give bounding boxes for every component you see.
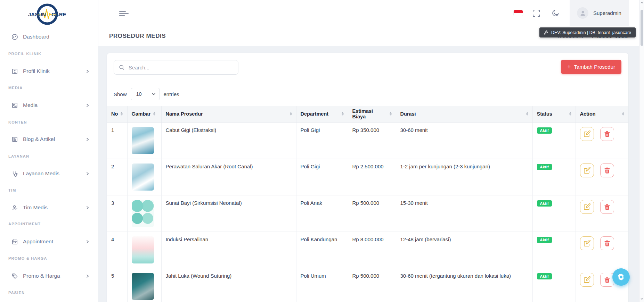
table-row: 3 Sunat Bayi (Sirkumsisi Neonatal) Poli … bbox=[107, 195, 628, 232]
vertical-scrollbar[interactable] bbox=[639, 0, 644, 302]
sidebar-section-media: MEDIA bbox=[8, 86, 107, 90]
delete-button[interactable] bbox=[600, 163, 614, 177]
procedure-image bbox=[132, 236, 154, 263]
sort-icon bbox=[622, 112, 624, 116]
col-header-durasi[interactable]: Durasi bbox=[396, 106, 532, 122]
scroll-down-icon[interactable] bbox=[641, 298, 643, 300]
status-badge: Aktif bbox=[537, 127, 552, 134]
table-row: 5 Jahit Luka (Wound Suturing) Poli Umum … bbox=[107, 268, 628, 302]
scroll-up-icon[interactable] bbox=[641, 2, 643, 4]
procedures-card: + Tambah Prosedur Show 10 entries No Gam… bbox=[107, 53, 628, 302]
sidebar-item-dashboard[interactable]: Dashboard bbox=[0, 31, 98, 43]
cell-department: Poli Gigi bbox=[296, 159, 348, 195]
sidebar-section-konten: KONTEN bbox=[8, 120, 107, 124]
sidebar-item-label: Appointment bbox=[23, 238, 53, 245]
sidebar-item-appointment[interactable]: Appointment bbox=[0, 236, 98, 248]
dark-mode-moon-icon[interactable] bbox=[552, 9, 560, 17]
topbar: Superadmin bbox=[98, 0, 644, 26]
brand-logo[interactable]: JASUN CARE bbox=[26, 2, 72, 26]
cell-name: Jahit Luka (Wound Suturing) bbox=[161, 268, 296, 302]
sidebar-item-profil-klinik[interactable]: Profil Klinik bbox=[0, 65, 98, 77]
procedure-image bbox=[132, 273, 154, 300]
scrollbar-thumb[interactable] bbox=[641, 10, 643, 46]
sort-icon bbox=[390, 112, 392, 116]
cell-no: 1 bbox=[107, 122, 127, 159]
chevron-right-icon bbox=[86, 274, 89, 278]
chevron-down-icon bbox=[152, 93, 156, 95]
sidebar: JASUN CARE Dashboard PROFIL KLINIK Profi… bbox=[0, 0, 98, 302]
cell-name: Induksi Persalinan bbox=[161, 232, 296, 268]
edit-button[interactable] bbox=[580, 163, 594, 177]
add-procedure-button[interactable]: + Tambah Prosedur bbox=[561, 60, 621, 74]
sidebar-item-layanan-medis[interactable]: Layanan Medis bbox=[0, 168, 98, 179]
edit-button[interactable] bbox=[580, 236, 594, 250]
chevron-right-icon bbox=[86, 137, 89, 141]
sidebar-section-profil-klinik: PROFIL KLINIK bbox=[8, 52, 107, 56]
plus-icon: + bbox=[567, 64, 571, 70]
sidebar-section-promo-harga: PROMO & HARGA bbox=[8, 256, 107, 260]
cell-duration: 12-48 jam (bervariasi) bbox=[396, 232, 532, 268]
sidebar-item-label: Dashboard bbox=[23, 34, 49, 40]
sidebar-item-label: Profil Klinik bbox=[23, 68, 50, 74]
search-icon bbox=[119, 65, 125, 70]
fullscreen-icon[interactable] bbox=[532, 9, 540, 17]
col-header-estimasi-biaya[interactable]: Estimasi Biaya bbox=[348, 106, 396, 122]
sidebar-item-tim-medis[interactable]: Tim Medis bbox=[0, 202, 98, 213]
gauge-icon bbox=[11, 34, 18, 40]
col-header-department[interactable]: Department bbox=[296, 106, 348, 122]
per-page-select[interactable]: 10 bbox=[131, 88, 160, 100]
col-header-action[interactable]: Action bbox=[576, 106, 628, 122]
show-label: Show bbox=[114, 91, 127, 97]
page-title: PROSEDUR MEDIS bbox=[109, 33, 166, 40]
menu-toggle-icon[interactable] bbox=[119, 11, 129, 17]
cell-cost: Rp 500.000 bbox=[348, 268, 396, 302]
cell-cost: Rp 8.000.000 bbox=[348, 232, 396, 268]
sidebar-item-label: Layanan Medis bbox=[23, 170, 59, 177]
col-header-status[interactable]: Status bbox=[532, 106, 576, 122]
sidebar-item-promo-harga[interactable]: Promo & Harga bbox=[0, 270, 98, 282]
delete-button[interactable] bbox=[600, 236, 614, 250]
sort-icon bbox=[290, 112, 292, 116]
sort-icon bbox=[526, 112, 528, 116]
language-flag-icon[interactable] bbox=[514, 10, 523, 16]
avatar bbox=[577, 7, 588, 19]
cell-name: Sunat Bayi (Sirkumsisi Neonatal) bbox=[161, 195, 296, 232]
procedures-table: No Gambar Nama Prosedur Department Estim… bbox=[107, 106, 628, 302]
chevron-right-icon bbox=[86, 69, 89, 73]
delete-button[interactable] bbox=[600, 273, 614, 287]
sidebar-item-label: Tim Medis bbox=[23, 204, 48, 211]
edit-button[interactable] bbox=[580, 200, 594, 214]
cell-duration: 1-2 jam per kunjungan (2-3 kunjungan) bbox=[396, 159, 532, 195]
search-box bbox=[114, 60, 238, 75]
sidebar-section-appointment: APPOINTMENT bbox=[8, 222, 107, 226]
table-row: 2 Perawatan Saluran Akar (Root Canal) Po… bbox=[107, 159, 628, 195]
col-header-gambar[interactable]: Gambar bbox=[127, 106, 161, 122]
user-icon bbox=[11, 204, 18, 211]
cell-duration: 15-30 menit bbox=[396, 195, 532, 232]
delete-button[interactable] bbox=[600, 200, 614, 214]
chevron-right-icon bbox=[86, 206, 89, 210]
edit-button[interactable] bbox=[580, 127, 594, 141]
user-name: Superadmin bbox=[593, 10, 621, 16]
tag-icon bbox=[11, 273, 18, 279]
user-menu[interactable]: Superadmin bbox=[570, 0, 629, 26]
delete-button[interactable] bbox=[600, 127, 614, 141]
sidebar-item-blog-artikel[interactable]: Blog & Artikel bbox=[0, 133, 98, 145]
cell-department: Poli Kandungan bbox=[296, 232, 348, 268]
cell-department: Poli Anak bbox=[296, 195, 348, 232]
col-header-no[interactable]: No bbox=[107, 106, 127, 122]
gear-icon bbox=[617, 273, 625, 281]
sort-icon bbox=[342, 112, 344, 116]
dev-environment-badge: DEV: Superadmin | DB: tenant_jasuncare bbox=[539, 27, 636, 37]
add-procedure-label: Tambah Prosedur bbox=[574, 64, 615, 70]
cell-department: Poli Umum bbox=[296, 268, 348, 302]
sort-icon bbox=[569, 112, 571, 116]
brand-right: CARE bbox=[51, 11, 66, 17]
sidebar-item-media[interactable]: Media bbox=[0, 99, 98, 111]
cell-cost: Rp 350.000 bbox=[348, 122, 396, 159]
edit-button[interactable] bbox=[580, 273, 594, 287]
col-header-nama-prosedur[interactable]: Nama Prosedur bbox=[161, 106, 296, 122]
entries-label: entries bbox=[164, 91, 179, 97]
search-input[interactable] bbox=[129, 65, 238, 70]
settings-fab[interactable] bbox=[612, 268, 630, 286]
